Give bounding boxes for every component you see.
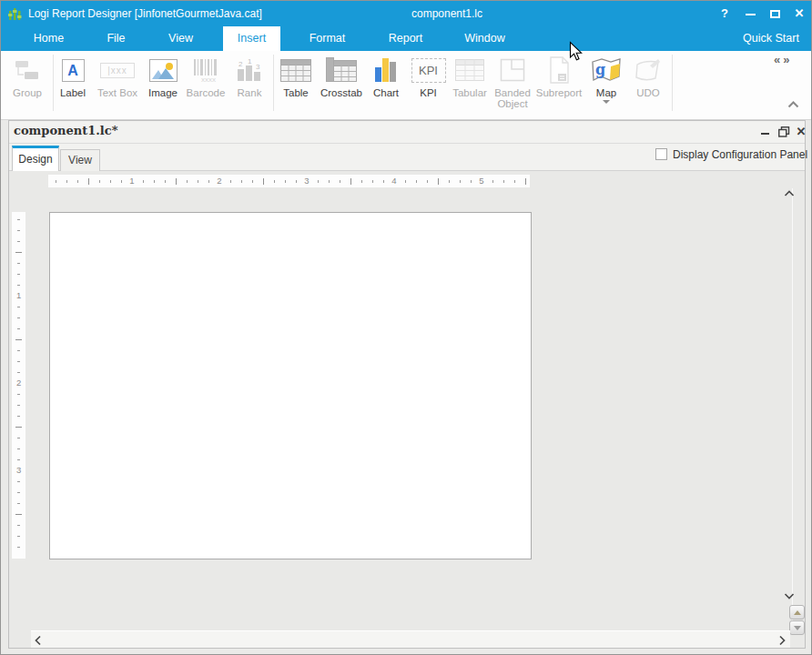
svg-text:1: 1: [248, 57, 252, 66]
triangle-up-icon: [794, 610, 801, 615]
banded-object-icon: [499, 57, 526, 83]
ribbon-button-kpi[interactable]: KPI KPI: [406, 54, 451, 116]
maximize-button[interactable]: [770, 10, 780, 18]
mouse-cursor: [569, 41, 584, 62]
menu-tab-home[interactable]: Home: [15, 26, 83, 51]
ribbon-button-rank[interactable]: 2 1 3 Rank: [228, 54, 270, 116]
tab-design[interactable]: Design: [12, 146, 59, 171]
ribbon-button-group[interactable]: Group: [5, 54, 49, 116]
ruler-tick: [17, 361, 20, 362]
ribbon-button-image[interactable]: Image: [143, 54, 183, 116]
menu-tab-view[interactable]: View: [147, 26, 215, 51]
ruler-tick: 2: [16, 378, 21, 388]
page-down-button[interactable]: [789, 620, 805, 635]
text-box-icon: |xxx: [100, 63, 135, 78]
ruler-tick: [17, 525, 20, 526]
page-up-button[interactable]: [789, 605, 805, 620]
ribbon-button-udo[interactable]: UDO: [627, 54, 669, 116]
ruler-tick: [17, 263, 20, 264]
ruler-tick: [372, 180, 373, 183]
ruler-tick: 3: [16, 465, 21, 475]
ruler-tick: [88, 178, 89, 185]
ruler-tick: [274, 180, 275, 183]
ribbon-collapse-left-right-icons[interactable]: «»: [774, 53, 792, 66]
barcode-icon: xxxx: [191, 57, 220, 83]
app-window: Logi Report Designer [JinfonetGourmetJav…: [0, 0, 812, 655]
menu-tab-insert[interactable]: Insert: [223, 26, 280, 51]
scroll-down-icon[interactable]: [784, 592, 795, 600]
vertical-scrollbar-track[interactable]: [792, 188, 793, 630]
svg-text:g: g: [595, 61, 605, 78]
title-bar: Logi Report Designer [JinfonetGourmetJav…: [1, 1, 812, 26]
ruler-tick: 2: [217, 176, 221, 186]
ruler-tick: [198, 180, 198, 183]
ribbon-button-label[interactable]: A Label: [55, 54, 91, 116]
ruler-tick: [17, 274, 20, 275]
ruler-tick: [187, 180, 188, 183]
close-button[interactable]: ✕: [792, 1, 807, 26]
ruler-tick: [17, 448, 20, 449]
ruler-tick: [56, 180, 56, 183]
table-icon: [279, 57, 312, 83]
ruler-tick: [471, 180, 472, 183]
ruler-tick: [121, 180, 122, 183]
ribbon-button-crosstab[interactable]: Crosstab: [316, 54, 367, 116]
svg-text:xxxx: xxxx: [201, 76, 216, 83]
ruler-tick: [176, 178, 177, 185]
map-dropdown-arrow-icon[interactable]: [603, 100, 610, 104]
chart-icon: [373, 56, 399, 84]
ribbon-button-subreport[interactable]: Subreport: [533, 54, 585, 116]
ruler-tick: [165, 180, 166, 183]
ruler-tick: [340, 180, 340, 183]
ribbon-button-tabular[interactable]: Tabular: [449, 54, 491, 116]
ruler-tick: [15, 339, 22, 340]
scroll-left-icon[interactable]: [35, 635, 42, 646]
ribbon-button-chart[interactable]: Chart: [366, 54, 406, 116]
ruler-tick: [17, 317, 20, 318]
document-minimize-button[interactable]: [761, 133, 769, 135]
ruler-tick: [416, 180, 417, 183]
document-restore-button[interactable]: [778, 126, 790, 137]
ribbon-button-text-box[interactable]: |xxx Text Box: [92, 54, 143, 116]
horizontal-scrollbar-track[interactable]: [31, 630, 790, 648]
ruler-tick: [17, 492, 20, 493]
ribbon-button-map[interactable]: g Map: [587, 54, 625, 116]
ruler-tick: 3: [304, 176, 309, 186]
document-close-button[interactable]: ✕: [795, 125, 807, 138]
ruler-tick: [460, 180, 461, 183]
display-configuration-panel-label: Display Configuration Panel: [673, 148, 807, 161]
ribbon-button-barcode[interactable]: xxxx Barcode: [183, 54, 228, 116]
ruler-tick: [143, 180, 144, 183]
menu-tab-report[interactable]: Report: [370, 26, 441, 51]
scroll-right-icon[interactable]: [778, 635, 786, 646]
ruler-tick: [15, 427, 22, 428]
menu-tab-file[interactable]: File: [82, 26, 150, 51]
label-icon: A: [62, 59, 85, 82]
ruler-tick: [17, 416, 20, 417]
display-configuration-panel-checkbox[interactable]: [655, 148, 667, 160]
ruler-tick: 1: [129, 176, 134, 186]
vertical-ruler: 123: [12, 212, 25, 559]
minimize-button[interactable]: [746, 14, 756, 15]
help-button[interactable]: ?: [717, 1, 732, 26]
ruler-tick: [15, 252, 22, 253]
ruler-tick: [17, 285, 20, 286]
ruler-tick: 1: [16, 290, 21, 300]
ruler-tick: [438, 178, 439, 185]
ruler-tick: [361, 180, 362, 183]
ruler-tick: [17, 328, 20, 329]
ruler-tick: [449, 180, 450, 183]
triangle-down-icon: [794, 626, 801, 630]
ruler-tick: [17, 536, 20, 537]
ruler-tick: [230, 180, 231, 183]
ruler-tick: [17, 350, 20, 351]
design-canvas[interactable]: [49, 212, 532, 559]
tab-view[interactable]: View: [60, 149, 100, 171]
ribbon-collapse-up-icon[interactable]: [787, 101, 799, 108]
menu-quick-start[interactable]: Quick Start: [735, 26, 807, 51]
ribbon-button-banded-object[interactable]: Banded Object: [491, 54, 534, 116]
scroll-up-icon[interactable]: [784, 190, 795, 197]
menu-tab-window[interactable]: Window: [450, 26, 520, 51]
menu-tab-format[interactable]: Format: [292, 26, 362, 51]
ribbon-button-table[interactable]: Table: [276, 54, 316, 116]
